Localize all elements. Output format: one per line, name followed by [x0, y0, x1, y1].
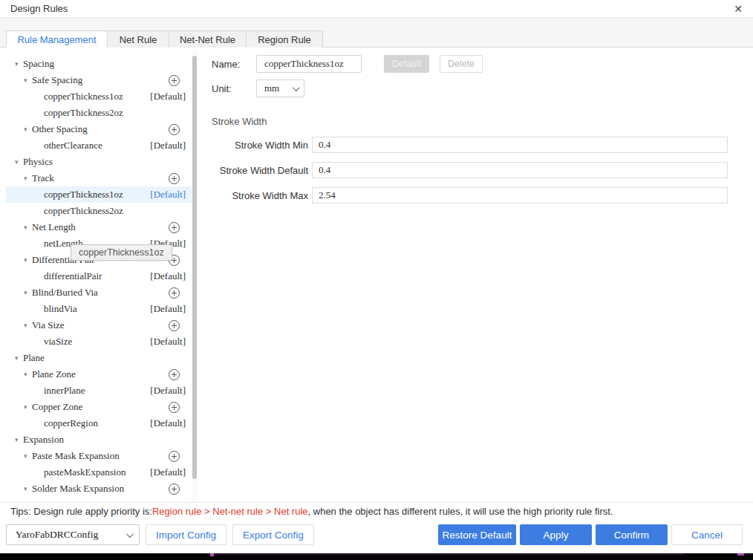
tree-item[interactable]: ▾Physics: [6, 154, 192, 170]
collapse-arrow-icon[interactable]: ▾: [15, 437, 23, 443]
add-rule-icon[interactable]: [169, 222, 180, 233]
tree-item-label: Track: [32, 172, 54, 184]
default-button[interactable]: Default: [384, 55, 429, 73]
app-canvas-strip: [0, 553, 753, 560]
add-rule-icon[interactable]: [169, 484, 180, 495]
add-rule-icon[interactable]: [169, 124, 180, 135]
tree-item-label: Spacing: [23, 58, 54, 70]
stroke-field-row: Stroke Width Min: [212, 137, 728, 153]
unit-label: Unit:: [212, 83, 256, 94]
collapse-arrow-icon[interactable]: ▾: [24, 126, 32, 133]
stroke-field-input[interactable]: [312, 137, 728, 153]
tree-item[interactable]: ▾Plane: [6, 350, 192, 366]
confirm-button[interactable]: Confirm: [596, 524, 668, 545]
tree-item[interactable]: differentialPair[Default]: [6, 268, 192, 284]
collapse-arrow-icon[interactable]: ▾: [24, 371, 32, 378]
tree-item-label: Expansion: [23, 434, 64, 446]
stroke-field-input[interactable]: [312, 187, 728, 204]
tree-item[interactable]: copperThickness1oz[Default]: [6, 186, 192, 203]
tab-net-rule[interactable]: Net Rule: [107, 30, 169, 48]
tree-scrollbar[interactable]: [192, 48, 198, 502]
unit-select[interactable]: mm: [256, 79, 304, 97]
collapse-arrow-icon[interactable]: ▾: [24, 322, 32, 329]
tree-item[interactable]: ▾Other Spacing: [6, 121, 192, 137]
tree-item[interactable]: pasteMaskExpansion[Default]: [6, 464, 192, 481]
tree-item[interactable]: copperThickness2oz: [6, 203, 192, 219]
collapse-arrow-icon[interactable]: ▾: [24, 224, 32, 231]
collapse-arrow-icon[interactable]: ▾: [24, 453, 32, 460]
tree-item-label: Via Size: [32, 319, 65, 331]
tree-item[interactable]: blindVia[Default]: [6, 301, 192, 317]
tree-item-label: copperThickness2oz: [44, 107, 123, 119]
tree-item[interactable]: ▾Expansion: [6, 432, 192, 448]
tree-item[interactable]: otherClearance[Default]: [6, 137, 192, 154]
default-badge: [Default]: [150, 417, 186, 429]
unit-row: Unit: mm: [212, 79, 728, 97]
tree-item[interactable]: ▾Blind/Buried Via: [6, 284, 192, 301]
collapse-arrow-icon[interactable]: ▾: [24, 404, 32, 411]
canvas-trace-mark: [737, 553, 744, 556]
tree-item[interactable]: copperThickness2oz: [6, 105, 192, 121]
add-rule-icon[interactable]: [169, 173, 180, 184]
tree-item[interactable]: ▾Plane Zone: [6, 366, 192, 382]
tree-item-label: Copper Zone: [32, 401, 82, 413]
add-rule-icon[interactable]: [169, 369, 180, 380]
tree-item[interactable]: ▾Copper Zone: [6, 399, 192, 415]
tree-item[interactable]: ▾Safe Spacing: [6, 72, 192, 88]
add-rule-icon[interactable]: [169, 402, 180, 413]
tree-item[interactable]: copperThickness1oz[Default]: [6, 88, 192, 105]
collapse-arrow-icon[interactable]: ▾: [24, 257, 32, 264]
close-icon[interactable]: ✕: [731, 1, 746, 16]
tab-net-net-rule[interactable]: Net-Net Rule: [169, 30, 247, 48]
delete-button[interactable]: Delete: [440, 55, 483, 73]
stroke-field-input[interactable]: [312, 162, 728, 178]
collapse-arrow-icon[interactable]: ▾: [15, 355, 23, 362]
rule-name-input[interactable]: [256, 55, 362, 73]
default-badge: [Default]: [150, 466, 186, 478]
collapse-arrow-icon[interactable]: ▾: [24, 175, 32, 182]
tree-item[interactable]: ▾Net Length: [6, 219, 192, 235]
tree-item-label: Physics: [23, 156, 53, 168]
tree-item[interactable]: innerPlane[Default]: [6, 382, 192, 399]
drc-config-select[interactable]: YaroFabDRCConfig: [6, 524, 140, 545]
stroke-width-fields: Stroke Width MinStroke Width DefaultStro…: [212, 137, 728, 204]
tree-item[interactable]: ▾Solder Mask Expansion: [6, 481, 192, 497]
tree-item-label: Plane Zone: [32, 368, 76, 380]
default-badge: [Default]: [150, 270, 186, 282]
collapse-arrow-icon[interactable]: ▾: [15, 159, 23, 166]
export-config-button[interactable]: Export Config: [232, 524, 314, 545]
rule-detail-panel: Name: Default Delete Unit: mm Stroke Wid…: [198, 48, 753, 502]
rule-tree-panel: ▾Spacing▾Safe SpacingcopperThickness1oz[…: [0, 48, 198, 502]
tree-item[interactable]: ▾Track: [6, 170, 192, 186]
tab-rule-management[interactable]: Rule Management: [6, 30, 108, 48]
restore-default-button[interactable]: Restore Default: [438, 524, 516, 545]
add-rule-icon[interactable]: [169, 320, 180, 331]
cancel-button[interactable]: Cancel: [671, 524, 743, 545]
tree-item-tooltip: copperThickness1oz: [71, 244, 172, 261]
apply-button[interactable]: Apply: [520, 524, 592, 545]
tab-region-rule[interactable]: Region Rule: [246, 30, 323, 48]
add-rule-icon[interactable]: [169, 287, 180, 299]
tree-item[interactable]: ▾Spacing: [6, 56, 192, 72]
tree-item-label: copperThickness1oz: [44, 91, 123, 102]
tree-item-label: copperRegion: [44, 417, 98, 429]
stroke-width-section-title: Stroke Width: [212, 116, 728, 126]
collapse-arrow-icon[interactable]: ▾: [15, 61, 23, 68]
collapse-arrow-icon[interactable]: ▾: [24, 77, 32, 84]
stroke-field-row: Stroke Width Default: [212, 162, 728, 178]
dialog-titlebar: Design Rules ✕: [0, 0, 753, 17]
collapse-arrow-icon[interactable]: ▾: [24, 290, 32, 296]
add-rule-icon[interactable]: [169, 451, 180, 462]
stroke-field-row: Stroke Width Max: [212, 187, 728, 204]
tree-scrollbar-thumb[interactable]: [192, 56, 197, 479]
tips-bar: Tips: Design rule apply priority is:Regi…: [0, 502, 753, 520]
tree-item[interactable]: copperRegion[Default]: [6, 415, 192, 432]
add-rule-icon[interactable]: [169, 75, 180, 86]
tree-item[interactable]: ▾Via Size: [6, 317, 192, 333]
collapse-arrow-icon[interactable]: ▾: [24, 486, 32, 492]
drc-config-value: YaroFabDRCConfig: [16, 529, 98, 541]
tree-item[interactable]: viaSize[Default]: [6, 333, 192, 350]
tree-item[interactable]: ▾Paste Mask Expansion: [6, 448, 192, 464]
default-badge: [Default]: [150, 336, 186, 348]
import-config-button[interactable]: Import Config: [146, 524, 226, 545]
